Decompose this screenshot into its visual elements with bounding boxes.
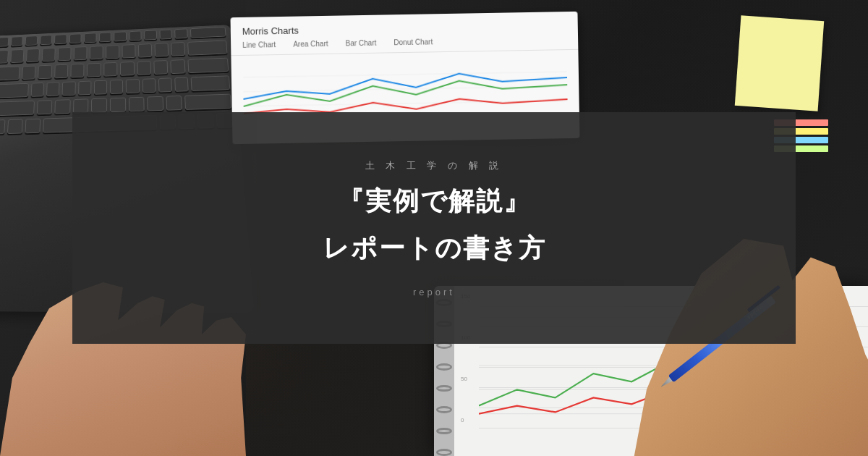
key[interactable] <box>90 46 103 59</box>
tab-key[interactable] <box>0 67 20 81</box>
key[interactable] <box>120 62 135 76</box>
key[interactable] <box>91 98 107 113</box>
spiral-ring <box>436 363 452 371</box>
key[interactable] <box>73 98 89 113</box>
key[interactable] <box>174 28 187 38</box>
key[interactable] <box>99 32 111 42</box>
key[interactable] <box>46 82 60 96</box>
key[interactable] <box>0 50 9 64</box>
key[interactable] <box>54 34 67 44</box>
key[interactable] <box>10 36 22 46</box>
key[interactable] <box>144 30 157 40</box>
key[interactable] <box>138 43 152 57</box>
delete-key[interactable] <box>187 41 227 56</box>
shift-key[interactable] <box>0 101 35 116</box>
key[interactable] <box>155 43 169 57</box>
key[interactable] <box>78 81 91 96</box>
fn-key[interactable] <box>0 119 5 135</box>
scene: Morris Charts Line Chart Area Chart Bar … <box>0 0 868 456</box>
key[interactable] <box>110 98 126 113</box>
y-label-0: 0 <box>461 417 470 423</box>
sticky-note <box>735 15 824 111</box>
key[interactable] <box>38 65 52 80</box>
enter-key[interactable] <box>191 75 231 91</box>
key[interactable] <box>106 45 119 59</box>
key[interactable] <box>84 33 96 43</box>
key[interactable] <box>187 58 229 74</box>
caps-key[interactable] <box>0 83 29 98</box>
spiral-ring <box>436 406 452 413</box>
key[interactable] <box>147 96 163 111</box>
key[interactable] <box>137 61 151 75</box>
key[interactable] <box>166 96 182 111</box>
key[interactable] <box>30 83 44 97</box>
svg-line-0 <box>243 72 567 77</box>
key[interactable] <box>26 48 40 62</box>
key[interactable] <box>55 99 71 114</box>
key[interactable] <box>25 35 38 46</box>
spiral-ring <box>436 449 452 456</box>
y-label-50: 50 <box>461 376 470 382</box>
key[interactable] <box>69 33 81 43</box>
banner-tag: report <box>413 287 455 297</box>
key[interactable] <box>62 81 76 96</box>
spiral-ring <box>436 428 452 435</box>
key[interactable] <box>87 63 101 77</box>
key[interactable] <box>129 30 141 41</box>
key[interactable] <box>174 77 189 91</box>
ctrl-key[interactable] <box>7 119 23 134</box>
key[interactable] <box>37 100 53 114</box>
key[interactable] <box>126 79 140 93</box>
banner-title-line1: 『実例で解説』 <box>338 184 531 219</box>
document-chart-area <box>243 57 568 121</box>
overlay-banner: 土 木 工 学 の 解 説 『実例で解説』 レポートの書き方 report <box>72 112 796 344</box>
key[interactable] <box>159 29 172 39</box>
key[interactable] <box>70 64 84 78</box>
key[interactable] <box>142 78 156 93</box>
key[interactable] <box>74 46 88 60</box>
key[interactable] <box>22 66 36 80</box>
key[interactable] <box>40 35 52 45</box>
key[interactable] <box>190 27 226 38</box>
key[interactable] <box>94 80 107 95</box>
banner-subtitle: 土 木 工 学 の 解 説 <box>365 159 503 172</box>
key[interactable] <box>103 62 117 77</box>
document-tabs: Line Chart Area Chart Bar Chart Donut Ch… <box>242 35 566 49</box>
key[interactable] <box>42 48 56 62</box>
tab-bar-chart[interactable]: Bar Chart <box>346 39 377 48</box>
key[interactable] <box>58 47 72 61</box>
key[interactable] <box>114 31 126 41</box>
spiral-ring <box>436 385 452 392</box>
key[interactable] <box>54 64 68 79</box>
document-title: Morris Charts <box>242 20 566 37</box>
key[interactable] <box>110 80 123 94</box>
document-header: Morris Charts Line Chart Area Chart Bar … <box>231 12 579 56</box>
tab-area-chart[interactable]: Area Chart <box>293 40 328 48</box>
key[interactable] <box>0 37 9 47</box>
shift-key-right[interactable] <box>184 94 231 110</box>
key[interactable] <box>10 49 24 63</box>
tab-donut-chart[interactable]: Donut Chart <box>393 38 433 46</box>
tab-line-chart[interactable]: Line Chart <box>242 41 276 49</box>
key[interactable] <box>153 60 168 75</box>
key[interactable] <box>129 97 145 112</box>
banner-title-line2: レポートの書き方 <box>323 231 546 266</box>
key[interactable] <box>171 42 185 56</box>
key[interactable] <box>158 77 172 92</box>
alt-key[interactable] <box>25 119 41 134</box>
key[interactable] <box>171 59 186 74</box>
key[interactable] <box>122 44 136 58</box>
